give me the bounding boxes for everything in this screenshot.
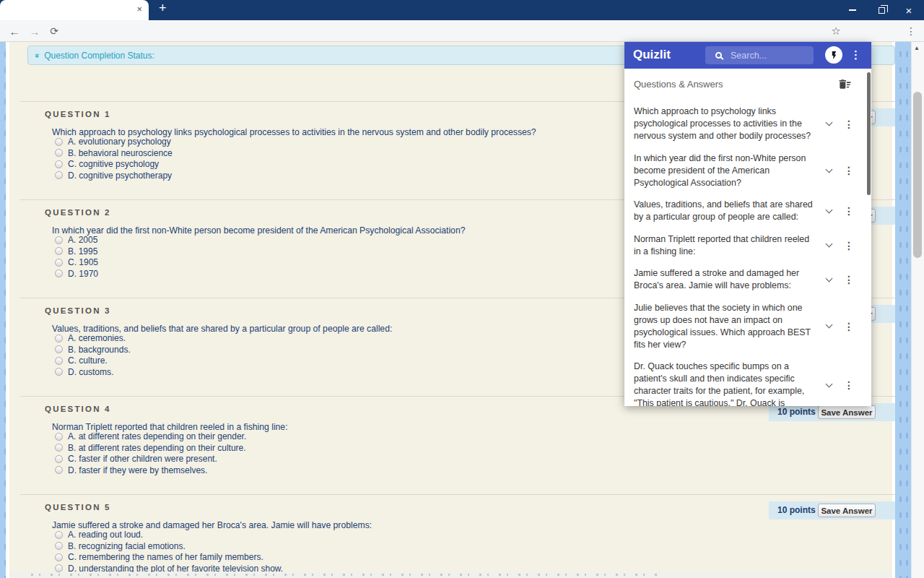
radio-button[interactable] [55,335,63,342]
item-question-text: In which year did the first non-White pe… [634,152,816,189]
expand-button[interactable] [816,210,842,212]
question-section: QUESTION 4 10 points Save Answer Norman … [9,396,895,494]
expand-button[interactable] [816,170,842,172]
restore-button[interactable] [871,0,892,20]
radio-button[interactable] [55,160,63,168]
question-text: Jamie suffered a stroke and damaged her … [52,520,372,530]
item-question-text: Jamie suffered a stroke and damaged her … [634,267,816,292]
list-item[interactable]: Dr. Quack touches specific bumps on a pa… [634,361,865,406]
chevron-down-icon [825,119,832,126]
quizlit-panel: Quizlit ⋮ Questions & Answers Which appr… [624,42,871,406]
scrollbar-up-arrow[interactable]: ▲ [914,45,920,51]
radio-button[interactable] [55,236,63,244]
list-item[interactable]: Values, traditions, and beliefs that are… [634,199,865,223]
option-label: A. at different rates depending on their… [68,431,246,441]
reload-button[interactable]: ⟳ [45,20,63,42]
option-row: B. backgrounds. [55,345,131,354]
radio-button[interactable] [55,345,63,353]
item-menu-icon[interactable]: ⋮ [842,165,856,176]
clipped-text-marks [31,574,661,576]
item-menu-icon[interactable]: ⋮ [842,240,856,251]
radio-button[interactable] [55,433,63,441]
option-row: A. at different rates depending on their… [55,432,246,441]
question-heading: QUESTION 4 [45,405,111,413]
expand-button[interactable] [816,325,842,327]
radio-button[interactable] [55,531,63,539]
save-answer-button[interactable]: Save Answer [818,405,876,419]
option-row: D. 1970 [55,269,98,278]
option-label: D. customs. [68,367,113,377]
option-row: B. behavioral neuroscience [55,149,173,158]
radio-button[interactable] [55,357,63,365]
option-label: D. cognitive psychotherapy [68,171,172,181]
page-scrollbar-thumb[interactable] [913,92,922,258]
option-label: C. remembering the names of her family m… [68,552,263,562]
list-item[interactable]: Julie believes that the society in which… [634,302,865,351]
radio-button[interactable] [55,542,63,550]
radio-button[interactable] [55,149,63,157]
option-row: C. cognitive psychology [55,160,173,168]
list-item[interactable]: In which year did the first non-White pe… [634,152,865,189]
new-tab-button[interactable]: + [159,1,167,16]
chevron-down-icon [825,380,832,387]
delete-sweep-icon [838,77,852,91]
radio-button[interactable] [55,138,63,146]
bookmark-star-icon[interactable]: ☆ [827,20,845,42]
radio-button[interactable] [55,553,63,561]
item-menu-icon[interactable]: ⋮ [842,321,856,332]
radio-button[interactable] [55,259,63,267]
list-item[interactable]: Jamie suffered a stroke and damaged her … [634,267,865,292]
option-row: A. reading out loud. [55,530,283,539]
radio-button[interactable] [55,247,63,255]
list-item[interactable]: Which approach to psychology links psych… [634,105,865,142]
question-heading: QUESTION 5 [45,503,111,512]
radio-button[interactable] [55,466,63,474]
option-label: D. faster if they were by themselves. [68,465,207,475]
option-row: D. cognitive psychotherapy [55,171,173,180]
panel-menu-icon[interactable]: ⋮ [850,48,861,61]
quizlit-panel-header: Quizlit ⋮ [624,42,871,69]
item-question-text: Values, traditions, and beliefs that are… [634,199,816,223]
radio-button[interactable] [55,171,63,179]
item-question-text: Dr. Quack touches specific bumps on a pa… [634,361,816,406]
question-text: Which approach to psychology links psych… [52,127,536,137]
tab-strip: × + × [0,0,924,20]
option-label: B. behavioral neuroscience [68,148,173,158]
search-box[interactable] [705,46,814,64]
back-button[interactable]: ← [6,20,23,42]
question-text: Norman Triplett reported that children r… [52,422,288,432]
expand-button[interactable] [816,279,842,281]
list-item[interactable]: Norman Triplett reported that children r… [634,233,865,258]
item-menu-icon[interactable]: ⋮ [842,379,856,391]
option-label: A. reading out loud. [68,530,143,540]
option-label: B. recognizing facial emotions. [68,541,186,551]
radio-button[interactable] [55,455,63,463]
item-menu-icon[interactable]: ⋮ [842,274,856,285]
option-row: D. customs. [55,368,131,376]
item-menu-icon[interactable]: ⋮ [842,118,856,130]
minimize-button[interactable] [842,0,863,20]
quizlit-title: Quizlit [633,48,671,62]
radio-button[interactable] [55,564,63,572]
panel-scrollbar-thumb[interactable] [867,72,871,195]
panel-question-list: Which approach to psychology links psych… [634,105,865,406]
expand-button[interactable] [816,384,842,387]
browser-menu-icon[interactable]: ⋮ [902,20,920,42]
restore-icon [879,7,885,14]
browser-tab[interactable]: × [0,0,149,20]
expand-button[interactable] [816,244,842,246]
radio-button[interactable] [55,444,63,452]
radio-button[interactable] [55,269,63,277]
item-question-text: Norman Triplett reported that children r… [634,233,816,258]
search-input[interactable] [731,51,803,61]
expand-button[interactable] [816,123,842,125]
radio-button[interactable] [55,368,63,376]
close-window-button[interactable]: × [898,0,920,20]
tab-close-icon[interactable]: × [136,4,142,14]
clear-all-button[interactable] [838,77,852,94]
flash-button[interactable] [825,46,842,64]
chevron-down-icon [825,241,832,248]
item-menu-icon[interactable]: ⋮ [842,205,856,217]
save-answer-button[interactable]: Save Answer [818,504,876,517]
item-question-text: Julie believes that the society in which… [634,302,816,351]
